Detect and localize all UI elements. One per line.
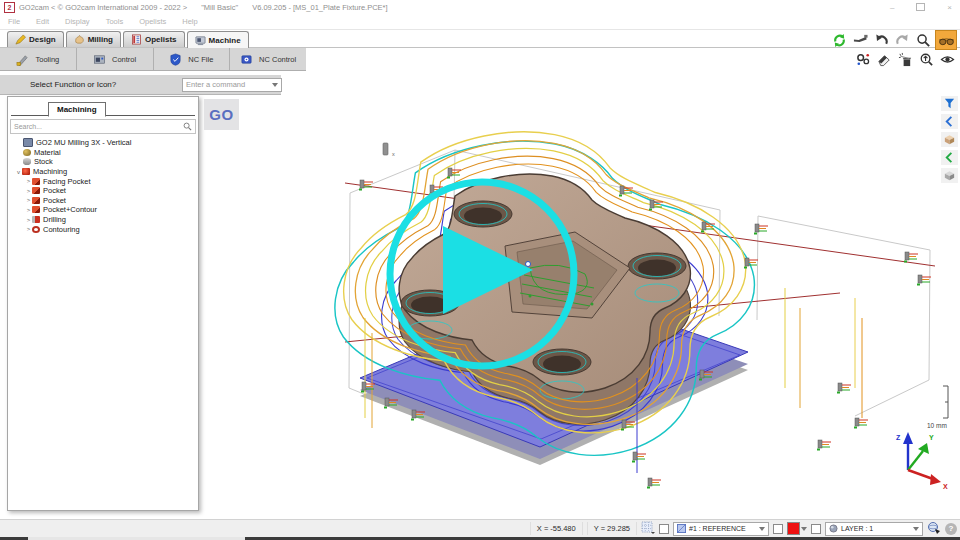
nc-control-icon [240, 53, 253, 66]
coordinate-x: X =-55.480 [530, 522, 583, 535]
quick-access-toolbar [830, 30, 957, 50]
grid-checkbox[interactable] [659, 524, 669, 534]
grid-toggle-icon[interactable] [641, 521, 655, 536]
expander-icon[interactable]: > [25, 188, 32, 194]
tool-note: x [383, 143, 395, 157]
tab-machining-panel[interactable]: Machining [48, 102, 106, 117]
axis-y-label: Y [929, 434, 934, 441]
tab-label: Opelists [145, 35, 177, 44]
tree-item-material[interactable]: Material [10, 148, 196, 158]
expander-icon[interactable]: > [25, 226, 32, 232]
help-button[interactable]: ? [945, 523, 957, 535]
viewport-canvas[interactable]: x 10 mm Z Y X [200, 88, 958, 518]
redo-icon[interactable] [893, 32, 912, 49]
tooling-icon [16, 53, 29, 66]
menu-display[interactable]: Display [57, 17, 98, 26]
menu-tools[interactable]: Tools [98, 17, 132, 26]
layer-select[interactable]: LAYER : 1 [825, 522, 923, 536]
tree-item-machine[interactable]: GO2 MU Milling 3X - Vertical [10, 138, 196, 148]
tab-milling[interactable]: Milling [66, 31, 121, 47]
chevron-down-icon [272, 83, 278, 87]
nc-control-button[interactable]: NC Control [230, 48, 306, 70]
title-product: GO2cam < © GO2cam International 2009 - 2… [19, 3, 187, 12]
reference-select[interactable]: #1 : REFERENCE [673, 522, 769, 536]
tree-item-pocket-1[interactable]: >Pocket [10, 186, 196, 196]
tab-label: Design [29, 35, 56, 44]
layer-checkbox[interactable] [811, 524, 821, 534]
menu-edit[interactable]: Edit [28, 17, 57, 26]
command-label: Select Function or Icon? [30, 80, 116, 89]
expander-icon[interactable]: > [25, 178, 32, 184]
title-bar: 2 GO2cam < © GO2cam International 2009 -… [0, 0, 960, 14]
menu-opelists[interactable]: Opelists [131, 17, 174, 26]
tree-item-drilling[interactable]: >Drilling [10, 215, 196, 225]
expander-icon[interactable]: > [25, 217, 32, 223]
tab-label: Milling [88, 35, 113, 44]
design-icon [15, 34, 26, 45]
tab-design[interactable]: Design [7, 31, 64, 47]
zoom-fit-icon[interactable] [917, 51, 936, 68]
machine-toolbar: Tooling Control NC File NC Control [0, 48, 306, 71]
machine-icon [195, 35, 206, 46]
menu-file[interactable]: File [0, 17, 28, 26]
maximize-button[interactable] [916, 3, 925, 11]
control-icon [93, 53, 106, 66]
control-button[interactable]: Control [77, 48, 154, 70]
collapse-green-icon[interactable] [941, 150, 958, 165]
pocket-icon [32, 178, 40, 185]
stock-view-icon[interactable] [941, 168, 958, 183]
tree-item-stock[interactable]: Stock [10, 157, 196, 167]
tree-item-facing-pocket[interactable]: >Facing Pocket [10, 176, 196, 186]
search-input[interactable]: Search... [10, 119, 196, 134]
eye-icon[interactable] [938, 51, 957, 68]
eraser-icon[interactable] [875, 51, 894, 68]
refresh-icon[interactable] [830, 32, 849, 49]
tool-note-label: x [392, 151, 395, 157]
chevron-down-icon [913, 527, 919, 531]
expander-icon[interactable]: v [15, 169, 22, 175]
machining-icon [22, 168, 30, 175]
tree-item-label: Drilling [43, 215, 66, 224]
axis-triad: Z Y X [896, 432, 948, 490]
tab-machine[interactable]: Machine [187, 31, 249, 48]
axis-x-label: X [943, 483, 948, 490]
tree-item-label: Pocket [43, 196, 66, 205]
go-logo-button[interactable]: GO [204, 99, 239, 130]
expander-icon[interactable]: > [25, 197, 32, 203]
color-picker[interactable] [787, 522, 807, 535]
milling-icon [74, 34, 85, 45]
tool-label: Control [112, 55, 136, 64]
color-swatch[interactable] [787, 522, 800, 535]
simulation-icon[interactable] [854, 51, 873, 68]
menu-bar: File Edit Display Tools Opelists Help [0, 14, 960, 30]
minimize-button[interactable]: – [890, 3, 894, 12]
solid-view-icon[interactable] [941, 132, 958, 147]
drilling-icon [32, 216, 40, 223]
view-toolbar [854, 51, 957, 68]
tree-item-pocket-2[interactable]: >Pocket [10, 196, 196, 206]
menu-help[interactable]: Help [174, 17, 205, 26]
glasses-icon[interactable] [935, 30, 957, 50]
collapse-blue-icon[interactable] [941, 114, 958, 129]
material-icon [23, 149, 31, 156]
caliper-icon[interactable] [851, 32, 870, 49]
tree-item-pocket-contour[interactable]: >Pocket+Contour [10, 205, 196, 215]
reference-checkbox[interactable] [773, 524, 783, 534]
machine-icon [23, 138, 33, 147]
filter-icon[interactable] [941, 96, 958, 111]
tooling-button[interactable]: Tooling [0, 48, 77, 70]
ribbon-tabs: Design Milling Opelists Machine [7, 31, 251, 47]
undo-icon[interactable] [872, 32, 891, 49]
x-value: -55.480 [550, 524, 575, 533]
tree-item-contouring[interactable]: >Contouring [10, 224, 196, 234]
tree-item-label: GO2 MU Milling 3X - Vertical [36, 138, 131, 147]
expander-icon[interactable]: > [25, 207, 32, 213]
pocket-icon [32, 206, 40, 213]
view-sphere-icon[interactable] [927, 521, 941, 537]
tree-item-machining[interactable]: vMachining [10, 167, 196, 177]
nc-file-button[interactable]: NC File [154, 48, 231, 70]
tab-opelists[interactable]: Opelists [123, 31, 185, 47]
close-button[interactable]: × [947, 3, 952, 12]
clean-icon[interactable] [896, 51, 915, 68]
zoom-icon[interactable] [914, 32, 933, 49]
